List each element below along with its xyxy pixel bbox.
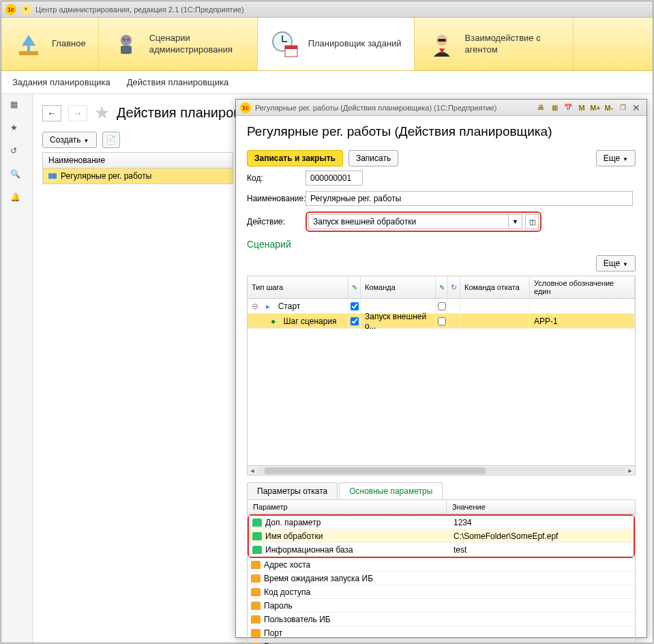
agent-icon [427, 29, 457, 59]
folder-orange-icon [251, 602, 261, 610]
code-label: Код: [247, 173, 306, 183]
col-edit1[interactable]: ✎ [348, 276, 361, 298]
param-row[interactable]: Расположение клиента [248, 640, 635, 644]
bell-icon[interactable]: 🔔 [10, 192, 24, 206]
action-combo[interactable] [308, 214, 509, 229]
close-icon[interactable]: ✕ [630, 102, 642, 113]
m-button[interactable]: M [576, 102, 588, 113]
app-menu-dropdown[interactable]: ▼ [20, 4, 31, 15]
param-col-value[interactable]: Значение [447, 500, 635, 514]
param-row[interactable]: Информационная базаtest [249, 543, 634, 557]
clock-calendar-icon [270, 29, 300, 59]
create-button[interactable]: Создать▼ [42, 132, 97, 148]
param-row[interactable]: Пользователь ИБ [248, 613, 635, 626]
favorite-icon[interactable]: ★ [94, 102, 110, 123]
param-row[interactable]: Время ожидания запуска ИБ [248, 572, 635, 585]
col-cond[interactable]: Условное обозначение един [530, 276, 635, 298]
action-dropdown-button[interactable]: ▼ [509, 214, 522, 229]
param-row[interactable]: Порт [248, 626, 635, 640]
dialog-title: Регулярные рег. работы (Действия планиро… [255, 104, 531, 112]
scenario-row-start[interactable]: ⊖ ▸ Старт [248, 299, 635, 314]
svg-rect-10 [285, 46, 297, 49]
svg-rect-0 [19, 51, 38, 55]
history-icon[interactable]: ↺ [10, 146, 24, 160]
subnav: Задания планировщика Действия планировщи… [1, 71, 653, 94]
name-field[interactable] [306, 191, 633, 206]
action-open-button[interactable]: ◫ [525, 214, 539, 229]
scenario-hscroll[interactable]: ◄ ► [248, 465, 635, 475]
lamp-icon [14, 29, 44, 59]
sidebar: ▦ ★ ↺ 🔍 🔔 [1, 94, 33, 643]
window-title: Центр администрирования, редакция 2.1 (1… [35, 5, 244, 14]
param-row[interactable]: Адрес хоста [248, 558, 635, 572]
refresh-list-button[interactable]: 📄 [102, 132, 120, 148]
ribbon: Главное Сценарии администрирования Плани… [1, 18, 653, 71]
svg-rect-5 [121, 46, 132, 54]
tab-main-params[interactable]: Основные параметры [339, 482, 443, 499]
m-plus-button[interactable]: M+ [589, 102, 601, 113]
search-icon[interactable]: 🔍 [10, 169, 24, 183]
ribbon-scheduler[interactable]: Планировщик заданий [258, 18, 415, 70]
svg-point-3 [123, 38, 125, 41]
ribbon-agent[interactable]: Взаимодействие с агентом [415, 18, 574, 70]
calendar-icon[interactable]: 📅 [562, 102, 574, 113]
folder-orange-icon [251, 588, 261, 596]
star-icon[interactable]: ★ [10, 123, 24, 136]
col-rollback[interactable]: Команда отката [460, 276, 530, 298]
row0-chk2[interactable] [438, 302, 446, 310]
calc-icon[interactable]: ▦ [548, 102, 561, 113]
scenario-row-step[interactable]: ● Шаг сценария Запуск внешней о... APP-1 [248, 314, 635, 329]
folder-green-icon [252, 546, 262, 554]
save-button[interactable]: Записать [348, 150, 398, 166]
folder-green-icon [252, 532, 262, 540]
subnav-tasks[interactable]: Задания планировщика [12, 77, 110, 87]
ribbon-home[interactable]: Главное [1, 18, 99, 70]
print-icon[interactable]: 🖶 [535, 102, 547, 113]
logo-1c-icon: 1c [5, 4, 16, 15]
save-close-button[interactable]: Записать и закрыть [247, 150, 343, 166]
dialog-titlebar: 1c Регулярные рег. работы (Действия план… [236, 100, 646, 116]
params-grid: Параметр Значение Доп. параметр1234 Имя … [247, 500, 636, 644]
scenario-more-button[interactable]: Еще▼ [596, 255, 636, 272]
back-button[interactable]: ← [42, 105, 61, 121]
svg-rect-12 [438, 39, 446, 42]
code-field[interactable] [306, 171, 363, 186]
dialog-heading: Регулярные рег. работы (Действия планиро… [247, 124, 636, 139]
more-button[interactable]: Еще▼ [596, 150, 636, 166]
svg-point-2 [121, 35, 132, 46]
main-titlebar: 1c ▼ Центр администрирования, редакция 2… [1, 1, 653, 18]
param-row[interactable]: Доп. параметр1234 [249, 516, 634, 529]
folder-green-icon [252, 518, 262, 527]
param-col-name[interactable]: Параметр [248, 500, 447, 514]
action-label: Действие: [247, 217, 306, 226]
subnav-actions[interactable]: Действия планировщика [127, 77, 228, 87]
col-step-type[interactable]: Тип шага [248, 276, 348, 298]
param-row[interactable]: Имя обработкиC:\SomeFolder\SomeEpf.epf [249, 529, 634, 543]
row1-chk1[interactable] [351, 317, 359, 325]
list-row[interactable]: Регулярные рег. работы [42, 169, 233, 184]
col-refresh[interactable]: ↻ [448, 276, 460, 298]
scenario-heading: Сценарий [247, 239, 636, 250]
svg-point-4 [127, 38, 130, 41]
m-minus-button[interactable]: M- [603, 102, 615, 113]
folder-orange-icon [251, 574, 261, 583]
ribbon-scenarios[interactable]: Сценарии администрирования [99, 18, 258, 70]
tab-rollback-params[interactable]: Параметры отката [247, 482, 338, 499]
col-command[interactable]: Команда [361, 276, 436, 298]
action-combo-highlight: ▼ ◫ [306, 211, 541, 232]
folder-orange-icon [251, 615, 261, 624]
forward-button[interactable]: → [68, 105, 87, 121]
param-row[interactable]: Код доступа [248, 585, 635, 599]
folder-orange-icon [251, 629, 261, 637]
list-header-name[interactable]: Наименование [42, 152, 233, 169]
name-label: Наименование: [247, 194, 306, 203]
restore-icon[interactable]: ❐ [616, 102, 629, 113]
row0-chk1[interactable] [351, 302, 359, 310]
row1-chk2[interactable] [438, 317, 446, 325]
param-row[interactable]: Пароль [248, 599, 635, 613]
col-edit2[interactable]: ✎ [436, 276, 448, 298]
row-icon [48, 173, 57, 179]
apps-icon[interactable]: ▦ [10, 100, 24, 113]
svg-rect-1 [27, 46, 30, 51]
params-highlight: Доп. параметр1234 Имя обработкиC:\SomeFo… [248, 514, 635, 558]
